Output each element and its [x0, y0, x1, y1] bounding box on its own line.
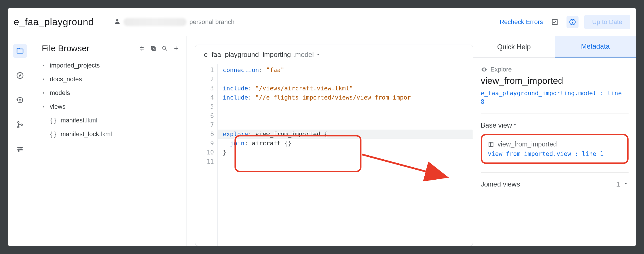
fb-collapse-icon[interactable] — [138, 44, 146, 53]
editor-column: e_faa_playground_importing.model 1234567… — [186, 36, 473, 246]
rail-file-browser-icon[interactable] — [13, 44, 27, 58]
file-tree: imported_projectsdocs_notesmodelsviews{ … — [42, 62, 180, 138]
base-view-name: view_from_imported — [498, 140, 557, 148]
username-redacted — [124, 18, 186, 26]
caret-right-icon — [42, 91, 46, 95]
right-panel-tabs: Quick Help Metadata — [473, 36, 636, 58]
svg-point-5 — [17, 122, 19, 123]
metadata-kind-label: Explore — [490, 66, 512, 73]
base-view-card[interactable]: view_from_imported view_from_imported.vi… — [481, 134, 629, 164]
base-view-heading[interactable]: Base view — [481, 121, 629, 129]
caret-right-icon — [42, 78, 46, 81]
base-view-heading-label: Base view — [481, 121, 512, 129]
caret-right-icon — [42, 64, 46, 67]
app-window: e_faa_playground personal branch Recheck… — [8, 8, 636, 246]
file-browser-panel: File Browser imported_projectsdocs_notes… — [32, 36, 186, 246]
top-bar: e_faa_playground personal branch Recheck… — [8, 8, 636, 36]
right-panel: Quick Help Metadata Explore view_from_im… — [473, 36, 636, 246]
rail-git-icon[interactable] — [13, 118, 27, 132]
divider — [481, 172, 629, 173]
folder-imported_projects[interactable]: imported_projects — [42, 62, 180, 69]
fb-copy-icon[interactable] — [149, 44, 158, 53]
file-browser-header: File Browser — [42, 43, 180, 53]
metadata-kind: Explore — [481, 66, 629, 73]
file-manifest[interactable]: { }manifest.lkml — [42, 117, 180, 124]
editor-tab[interactable]: e_faa_playground_importing.model — [195, 45, 473, 64]
braces-icon: { } — [50, 117, 57, 124]
editor-tab-name: e_faa_playground_importing — [204, 51, 291, 59]
joined-views-heading[interactable]: Joined views 1 — [481, 180, 629, 188]
user-icon — [114, 18, 121, 26]
eye-icon — [481, 66, 488, 73]
code-body[interactable]: connection: "faa" include: "/views/aircr… — [218, 64, 473, 246]
recheck-errors-link[interactable]: Recheck Errors — [500, 18, 543, 26]
folder-views[interactable]: views — [42, 103, 180, 110]
chevron-down-icon — [512, 121, 518, 129]
project-title: e_faa_playground — [14, 16, 94, 27]
tab-quick-help[interactable]: Quick Help — [473, 36, 555, 57]
editor-tab-caret-icon[interactable] — [316, 51, 321, 59]
file-manifest_lock[interactable]: { }manifest_lock.lkml — [42, 130, 180, 138]
chevron-down-icon — [623, 180, 629, 188]
svg-point-8 — [18, 147, 20, 148]
rail-search-history-icon[interactable] — [13, 93, 27, 107]
table-icon — [488, 141, 494, 148]
joined-views-count: 1 — [616, 180, 620, 188]
editor-card: e_faa_playground_importing.model 1234567… — [195, 45, 473, 246]
tab-metadata[interactable]: Metadata — [555, 36, 636, 57]
editor-tab-ext: .model — [293, 51, 314, 59]
svg-point-4 — [19, 99, 21, 101]
metadata-object-name: view_from_imported — [481, 76, 629, 86]
info-icon-button[interactable] — [567, 16, 579, 28]
folder-models[interactable]: models — [42, 89, 180, 97]
metadata-object-location[interactable]: e_faa_playground_importing.model : line … — [481, 89, 629, 106]
divider — [481, 114, 629, 114]
svg-point-1 — [572, 20, 573, 21]
base-view-location[interactable]: view_from_imported.view : line 1 — [488, 150, 621, 157]
left-rail — [8, 36, 32, 246]
braces-icon: { } — [50, 130, 57, 138]
svg-point-9 — [20, 149, 22, 150]
fb-add-icon[interactable] — [172, 44, 180, 53]
rail-compass-icon[interactable] — [13, 69, 27, 82]
fb-search-icon[interactable] — [160, 44, 169, 53]
svg-point-6 — [17, 126, 19, 128]
svg-rect-14 — [489, 142, 493, 146]
rail-settings-icon[interactable] — [13, 142, 27, 156]
metadata-body: Explore view_from_imported e_faa_playgro… — [473, 58, 636, 188]
svg-rect-2 — [572, 21, 573, 23]
svg-point-7 — [21, 124, 22, 125]
code-gutter: 1234567891011 — [195, 64, 218, 246]
validate-icon-button[interactable] — [549, 16, 561, 28]
file-browser-title: File Browser — [42, 43, 135, 53]
branch-label: personal branch — [189, 18, 234, 26]
svg-point-10 — [18, 150, 19, 152]
svg-point-13 — [163, 46, 166, 49]
code-area[interactable]: 1234567891011 connection: "faa" include:… — [195, 64, 473, 246]
main-area: File Browser imported_projectsdocs_notes… — [8, 36, 636, 246]
caret-right-icon — [42, 105, 46, 108]
folder-docs_notes[interactable]: docs_notes — [42, 76, 180, 83]
up-to-date-button: Up to Date — [584, 15, 630, 29]
user-branch-area: personal branch — [114, 18, 234, 26]
joined-views-label: Joined views — [481, 180, 520, 188]
